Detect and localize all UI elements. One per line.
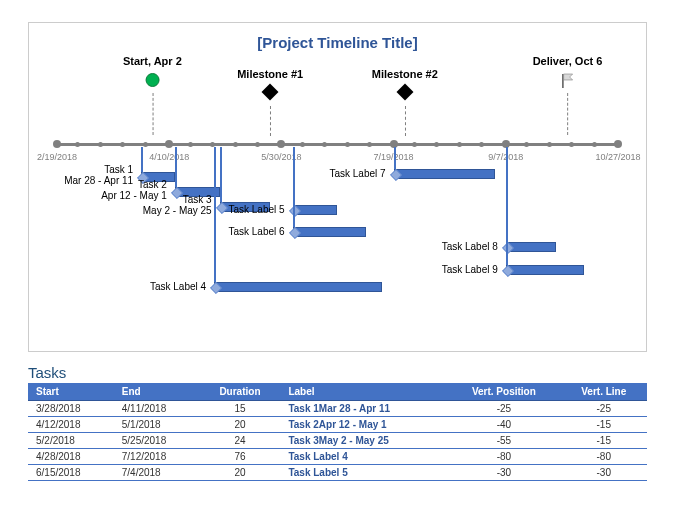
tasks-table: Start End Duration Label Vert. Position … (28, 383, 647, 481)
task-range-bar (506, 242, 556, 252)
task-label: Task Label 6 (228, 226, 284, 237)
task-layer: Task 1Mar 28 - Apr 11Task 2Apr 12 - May … (57, 147, 618, 343)
cell-duration[interactable]: 76 (199, 449, 280, 465)
task-label-group: Task Label 6 (228, 226, 292, 237)
cell-start[interactable]: 4/28/2018 (28, 449, 114, 465)
table-row[interactable]: 4/12/20185/1/201820Task 2Apr 12 - May 1-… (28, 417, 647, 433)
axis-line (57, 143, 618, 146)
milestone: Deliver, Oct 6 (533, 55, 603, 89)
table-row[interactable]: 5/2/20185/25/201824Task 3May 2 - May 25-… (28, 433, 647, 449)
milestone: Milestone #1 (237, 68, 303, 98)
col-end: End (114, 383, 200, 401)
milestone-stem (568, 93, 569, 135)
task-drop-line (293, 147, 295, 227)
task-drop-line (175, 147, 177, 187)
task-range-bar (394, 169, 495, 179)
chart-title: [Project Timeline Title] (57, 34, 618, 51)
task-label-group: Task 3May 2 - May 25 (143, 194, 220, 216)
milestone-diamond-icon (262, 84, 279, 101)
cell-vpos[interactable]: -80 (447, 449, 560, 465)
milestone: Start, Apr 2 (123, 55, 182, 87)
cell-end[interactable]: 4/11/2018 (114, 401, 200, 417)
task-label: Task Label 7 (329, 168, 385, 179)
start-circle-icon (145, 73, 159, 87)
cell-vpos[interactable]: -25 (447, 401, 560, 417)
cell-duration[interactable]: 20 (199, 465, 280, 481)
task-label: Task 3 (143, 194, 212, 205)
task-label-group: Task Label 5 (228, 204, 292, 215)
cell-vpos[interactable]: -55 (447, 433, 560, 449)
task-range-bar (214, 282, 382, 292)
cell-vpos[interactable]: -40 (447, 417, 560, 433)
task-drop-line (506, 147, 508, 265)
cell-vline[interactable]: -80 (560, 449, 647, 465)
cell-vline[interactable]: -15 (560, 417, 647, 433)
col-vpos: Vert. Position (447, 383, 560, 401)
task-label: Task Label 4 (150, 281, 206, 292)
task-label: Task Label 8 (442, 241, 498, 252)
task-drop-line (141, 147, 143, 172)
cell-end[interactable]: 7/4/2018 (114, 465, 200, 481)
tasks-section-title: Tasks (28, 364, 647, 381)
cell-duration[interactable]: 20 (199, 417, 280, 433)
flag-icon (560, 73, 576, 89)
milestone-label: Milestone #1 (237, 68, 303, 80)
milestone-stem (405, 106, 406, 136)
cell-label[interactable]: Task 2Apr 12 - May 1 (280, 417, 447, 433)
task-label: Task Label 9 (442, 264, 498, 275)
task-label: Task 1 (64, 164, 133, 175)
cell-vline[interactable]: -30 (560, 465, 647, 481)
task-label-group: Task Label 8 (442, 241, 506, 252)
table-row[interactable]: 6/15/20187/4/201820Task Label 5-30-30 (28, 465, 647, 481)
task-range-bar (293, 227, 366, 237)
task-dates: May 2 - May 25 (143, 205, 212, 216)
table-row[interactable]: 3/28/20184/11/201815Task 1Mar 28 - Apr 1… (28, 401, 647, 417)
col-vline: Vert. Line (560, 383, 647, 401)
tasks-table-header-row: Start End Duration Label Vert. Position … (28, 383, 647, 401)
milestone-label: Start, Apr 2 (123, 55, 182, 67)
task-label-group: Task Label 4 (150, 281, 214, 292)
cell-label[interactable]: Task Label 5 (280, 465, 447, 481)
cell-label[interactable]: Task 3May 2 - May 25 (280, 433, 447, 449)
cell-vline[interactable]: -25 (560, 401, 647, 417)
col-label: Label (280, 383, 447, 401)
cell-end[interactable]: 5/1/2018 (114, 417, 200, 433)
task-range-bar (506, 265, 585, 275)
task-drop-line (214, 147, 216, 282)
cell-label[interactable]: Task 1Mar 28 - Apr 11 (280, 401, 447, 417)
task-range-bar (293, 205, 338, 215)
milestone-label: Deliver, Oct 6 (533, 55, 603, 67)
task-label: Task Label 5 (228, 204, 284, 215)
col-start: Start (28, 383, 114, 401)
milestone-label: Milestone #2 (372, 68, 438, 80)
cell-vline[interactable]: -15 (560, 433, 647, 449)
cell-start[interactable]: 4/12/2018 (28, 417, 114, 433)
milestone-stem (270, 106, 271, 136)
task-label-group: Task Label 9 (442, 264, 506, 275)
cell-label[interactable]: Task Label 4 (280, 449, 447, 465)
cell-start[interactable]: 3/28/2018 (28, 401, 114, 417)
cell-duration[interactable]: 24 (199, 433, 280, 449)
milestone: Milestone #2 (372, 68, 438, 98)
table-row[interactable]: 4/28/20187/12/201876Task Label 4-80-80 (28, 449, 647, 465)
task-label-group: Task Label 7 (329, 168, 393, 179)
cell-end[interactable]: 7/12/2018 (114, 449, 200, 465)
task-drop-line (220, 147, 222, 202)
milestone-stem (152, 93, 153, 135)
task-drop-line (394, 147, 396, 169)
cell-start[interactable]: 6/15/2018 (28, 465, 114, 481)
cell-vpos[interactable]: -30 (447, 465, 560, 481)
task-label: Task 2 (101, 179, 167, 190)
cell-start[interactable]: 5/2/2018 (28, 433, 114, 449)
milestone-diamond-icon (396, 84, 413, 101)
timeline-chart: [Project Timeline Title] 2/19/20184/10/2… (28, 22, 647, 352)
col-duration: Duration (199, 383, 280, 401)
cell-duration[interactable]: 15 (199, 401, 280, 417)
cell-end[interactable]: 5/25/2018 (114, 433, 200, 449)
